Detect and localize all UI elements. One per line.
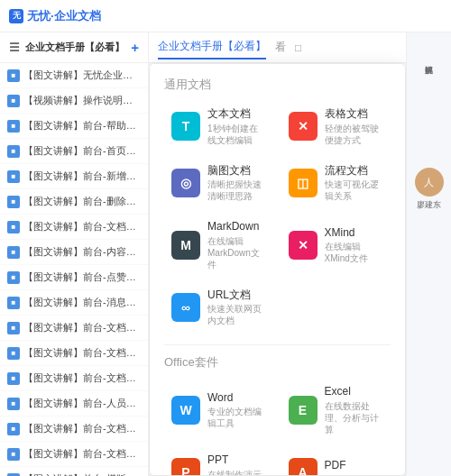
doc-icon: M xyxy=(171,231,200,260)
sidebar-item[interactable]: ■ 【图文讲解】前台-帮助中心 xyxy=(0,114,148,139)
logo-icon: 无 xyxy=(9,9,23,23)
sidebar-item[interactable]: ■ 【图文讲解】前台-文档工具 xyxy=(0,442,148,467)
doc-text: XMind 在线编辑XMind文件 xyxy=(325,226,384,265)
sidebar-item[interactable]: ■ 【图文讲解】前台-文档评论 xyxy=(0,316,148,341)
doc-item[interactable]: A PDF 在线制作PDF xyxy=(281,448,391,476)
doc-desc: 清晰把握快速清晰理思路 xyxy=(207,178,267,202)
doc-desc: 在线编辑XMind文件 xyxy=(325,241,384,264)
sidebar-item-label: 【图文讲解】前台-帮助中心 xyxy=(23,119,141,133)
sidebar-item-dot: ■ xyxy=(7,196,20,208)
doc-text: 流程文档 快速可视化逻辑关系 xyxy=(325,164,384,203)
sidebar-item[interactable]: ■ 【图文讲解】前台-首页置站 xyxy=(0,139,148,164)
sidebar-item-dot: ■ xyxy=(7,423,20,435)
doc-item[interactable]: E Excel 在线数据处理、分析与计算 xyxy=(281,380,391,441)
sidebar-item-label: 【视频讲解】操作说明（必看） xyxy=(23,94,141,107)
doc-desc: 在线数据处理、分析与计算 xyxy=(325,400,384,435)
avatar-name: 廖建东 xyxy=(417,199,441,211)
right-panel: 视频讲解 人 廖建东 xyxy=(406,32,451,476)
doc-icon: W xyxy=(171,396,200,425)
doc-icon: ◫ xyxy=(289,169,318,197)
section-general-title: 通用文档 xyxy=(164,77,391,93)
doc-name: MarkDown xyxy=(207,220,267,234)
sidebar-item-label: 【图文讲解】前台-文档库设置 xyxy=(23,220,141,233)
doc-name: 流程文档 xyxy=(325,164,384,178)
sidebar-item-label: 【图文讲解】前台-文档编辑记录 xyxy=(23,371,141,385)
doc-icon: ∞ xyxy=(171,293,200,322)
doc-item[interactable]: T 文本文档 1秒钟创建在线文档编辑 xyxy=(164,102,274,151)
sidebar-items-list: ■ 【图文讲解】无忧企业文档快速... ■ 【视频讲解】操作说明（必看） ■ 【… xyxy=(0,63,148,476)
sidebar-item-label: 【图文讲解】前台-删除文档库 xyxy=(23,195,141,208)
divider-1 xyxy=(164,344,391,345)
sidebar-item-label: 【图文讲解】前台-模版市场 xyxy=(23,472,141,476)
sidebar-item-label: 【图文讲解】前台-文档类型 xyxy=(23,346,141,360)
avatar[interactable]: 人 xyxy=(415,168,444,197)
doc-name: 文本文档 xyxy=(207,107,267,122)
sidebar-item-label: 【图文讲解】前台-文档人员设置 xyxy=(23,422,141,435)
sidebar-item[interactable]: ■ 【图文讲解】前台-新增文档库 xyxy=(0,164,148,189)
sidebar-item[interactable]: ■ 【图文讲解】前台-消息模版 xyxy=(0,290,148,316)
sidebar-item-dot: ■ xyxy=(7,271,20,284)
sidebar-item[interactable]: ■ 【图文讲解】前台-内容搜索 xyxy=(0,240,148,265)
sidebar-item-label: 【图文讲解】前台-消息模版 xyxy=(23,296,141,309)
doc-icon: ✕ xyxy=(289,112,318,141)
doc-item[interactable]: ✕ XMind 在线编辑XMind文件 xyxy=(281,215,391,276)
doc-desc: 快速可视化逻辑关系 xyxy=(325,178,384,202)
doc-text: 脑图文档 清晰把握快速清晰理思路 xyxy=(207,164,267,203)
doc-text: MarkDown 在线编辑MarkDown文件 xyxy=(207,220,267,270)
doc-text: PPT 在线制作演示文稿 xyxy=(207,453,267,476)
doc-icon: A xyxy=(289,458,318,476)
sidebar-item[interactable]: ■ 【图文讲解】前台-人员权限设置 xyxy=(0,391,148,416)
doc-desc: 在线编辑MarkDown文件 xyxy=(207,235,267,270)
sidebar: ☰ 企业文档手册【必看】 + ■ 【图文讲解】无忧企业文档快速... ■ 【视频… xyxy=(0,32,149,476)
sidebar-item-dot: ■ xyxy=(7,120,20,133)
sidebar-item[interactable]: ■ 【图文讲解】前台-模版市场 xyxy=(0,467,148,476)
tab-expand-icon: □ xyxy=(295,41,301,54)
doc-item[interactable]: M MarkDown 在线编辑MarkDown文件 xyxy=(164,215,274,276)
doc-grid-office: W Word 专业的文档编辑工具 E Excel 在线数据处理、分析与计算 P … xyxy=(164,380,391,476)
doc-icon: T xyxy=(171,112,200,141)
sidebar-item-dot: ■ xyxy=(7,221,20,233)
tab-handbook[interactable]: 企业文档手册【必看】 xyxy=(158,35,266,60)
doc-item[interactable]: ∞ URL文档 快速关联网页内文档 xyxy=(164,283,274,333)
content-area: 企业文档手册【必看】 看 □ 通用文档 T 文本文档 1秒钟创建在线文档编辑 ✕… xyxy=(149,32,406,476)
topbar: 无 无忧·企业文档 xyxy=(0,0,451,32)
tab-look-icon: 看 xyxy=(275,40,286,55)
sidebar-item[interactable]: ■ 【视频讲解】操作说明（必看） xyxy=(0,88,148,114)
sidebar-item[interactable]: ■ 【图文讲解】前台-点赞评价 xyxy=(0,265,148,290)
sidebar-item-dot: ■ xyxy=(7,398,20,410)
sidebar-item-dot: ■ xyxy=(7,145,20,158)
doc-icon: E xyxy=(289,396,318,425)
sidebar-item[interactable]: ■ 【图文讲解】前台-文档类型 xyxy=(0,341,148,366)
sidebar-item-dot: ■ xyxy=(7,473,20,477)
doc-text: Excel 在线数据处理、分析与计算 xyxy=(325,385,384,435)
sidebar-item[interactable]: ■ 【图文讲解】前台-文档库设置 xyxy=(0,215,148,240)
sidebar-item-dot: ■ xyxy=(7,69,20,82)
sidebar-item-label: 【图文讲解】前台-文档评论 xyxy=(23,321,141,334)
doc-item[interactable]: ◫ 流程文档 快速可视化逻辑关系 xyxy=(281,159,391,208)
logo-text: 无忧·企业文档 xyxy=(27,8,101,24)
doc-text: 文本文档 1秒钟创建在线文档编辑 xyxy=(207,107,267,146)
doc-item[interactable]: ✕ 表格文档 轻便的被驾驶便捷方式 xyxy=(281,102,391,151)
sidebar-item-dot: ■ xyxy=(7,448,20,461)
doc-name: 脑图文档 xyxy=(207,164,267,178)
sidebar-header: ☰ 企业文档手册【必看】 + xyxy=(0,32,148,63)
doc-name: PPT xyxy=(207,453,267,468)
doc-item[interactable]: P PPT 在线制作演示文稿 xyxy=(164,448,274,476)
sidebar-item[interactable]: ■ 【图文讲解】无忧企业文档快速... xyxy=(0,63,148,88)
doc-name: 表格文档 xyxy=(325,107,384,122)
sidebar-item[interactable]: ■ 【图文讲解】前台-文档编辑记录 xyxy=(0,366,148,391)
sidebar-item-label: 【图文讲解】前台-新增文档库 xyxy=(23,169,141,183)
sidebar-add-icon[interactable]: + xyxy=(131,40,139,55)
sidebar-item-dot: ■ xyxy=(7,322,20,334)
doc-desc: 轻便的被驾驶便捷方式 xyxy=(325,123,384,146)
sidebar-item-label: 【图文讲解】前台-点赞评价 xyxy=(23,270,141,284)
doc-desc: 专业的文档编辑工具 xyxy=(207,406,267,429)
sidebar-item[interactable]: ■ 【图文讲解】前台-文档人员设置 xyxy=(0,416,148,442)
sidebar-item[interactable]: ■ 【图文讲解】前台-删除文档库 xyxy=(0,189,148,215)
doc-text: 表格文档 轻便的被驾驶便捷方式 xyxy=(325,107,384,146)
doc-name: Excel xyxy=(325,385,384,399)
doc-item[interactable]: W Word 专业的文档编辑工具 xyxy=(164,380,274,441)
main-layout: ☰ 企业文档手册【必看】 + ■ 【图文讲解】无忧企业文档快速... ■ 【视频… xyxy=(0,32,451,476)
doc-name: PDF xyxy=(325,459,379,473)
doc-item[interactable]: ◎ 脑图文档 清晰把握快速清晰理思路 xyxy=(164,159,274,208)
